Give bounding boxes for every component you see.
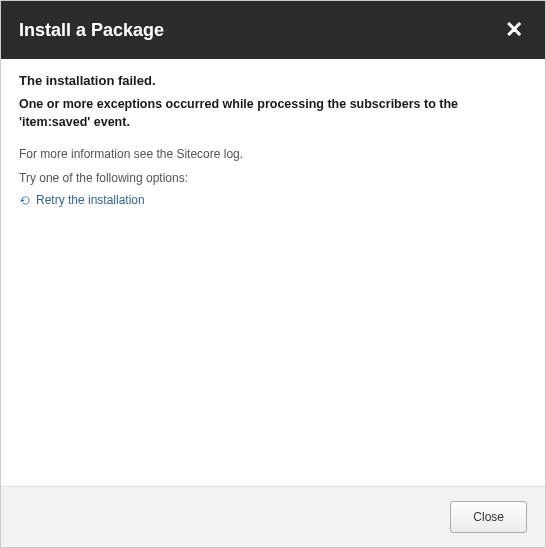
refresh-icon	[19, 194, 32, 207]
dialog-title: Install a Package	[19, 20, 164, 41]
install-package-dialog: Install a Package ✕ The installation fai…	[0, 0, 546, 548]
error-heading: The installation failed.	[19, 73, 527, 88]
error-message: One or more exceptions occurred while pr…	[19, 96, 527, 131]
options-text: Try one of the following options:	[19, 171, 527, 185]
close-button[interactable]: Close	[450, 501, 527, 533]
dialog-header: Install a Package ✕	[1, 1, 545, 59]
dialog-footer: Close	[1, 486, 545, 547]
retry-link[interactable]: Retry the installation	[19, 193, 145, 207]
close-icon[interactable]: ✕	[501, 17, 527, 43]
dialog-body: The installation failed. One or more exc…	[1, 59, 545, 486]
info-text: For more information see the Sitecore lo…	[19, 147, 527, 161]
retry-label: Retry the installation	[36, 193, 145, 207]
